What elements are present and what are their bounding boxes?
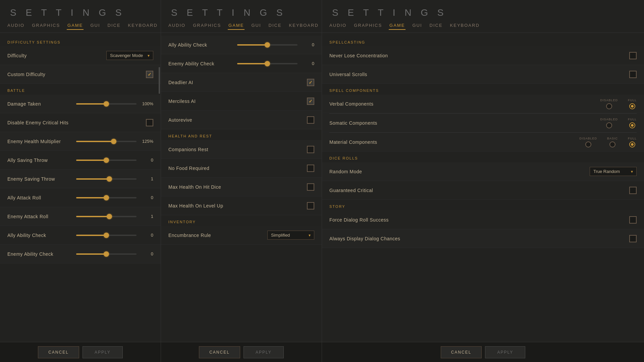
ally-ability-check-thumb-1[interactable]	[104, 233, 109, 238]
never-lose-concentration-checkbox[interactable]	[629, 52, 637, 59]
random-mode-arrow-icon: ▾	[631, 169, 633, 174]
no-food-required-row: No Food Required	[161, 159, 322, 178]
no-food-required-checkbox[interactable]	[307, 165, 314, 172]
universal-scrolls-row: Universal Scrolls	[322, 65, 644, 84]
material-components-label: Material Components	[329, 139, 579, 145]
scrollbar-1[interactable]	[159, 67, 160, 94]
encumbrance-rule-row: Encumbrance Rule Simplified ▾	[161, 226, 322, 245]
material-disabled-radio[interactable]	[585, 141, 591, 147]
tab-game-2[interactable]: GAME	[228, 21, 245, 30]
force-dialog-roll-checkbox[interactable]	[629, 216, 637, 224]
tab-graphics-3[interactable]: GRAPHICS	[353, 21, 383, 30]
enemy-health-mult-fill	[76, 141, 114, 142]
enemy-saving-throw-value: 1	[140, 176, 153, 181]
apply-button-1[interactable]: APPLY	[83, 346, 123, 358]
verbal-disabled-radio[interactable]	[606, 103, 612, 109]
tab-graphics-1[interactable]: GRAPHICS	[31, 21, 61, 30]
ally-saving-throw-thumb[interactable]	[104, 158, 109, 163]
ally-ability-check-track-1[interactable]	[76, 235, 137, 236]
verbal-disabled-col: DISABLED	[600, 99, 618, 109]
ally-saving-throw-track[interactable]	[76, 160, 137, 161]
tab-game-1[interactable]: GAME	[67, 21, 84, 30]
tab-keyboard-1[interactable]: KEYBOARD	[127, 21, 158, 30]
always-display-dialog-checkbox[interactable]	[629, 235, 637, 242]
enemy-ability-check-thumb-2[interactable]	[265, 61, 270, 66]
damage-taken-value: 100%	[140, 101, 153, 106]
somatic-disabled-radio[interactable]	[606, 122, 612, 128]
damage-taken-track[interactable]	[76, 103, 137, 105]
encumbrance-rule-value: Simplified	[271, 233, 306, 238]
tab-keyboard-2[interactable]: KEYBOARD	[288, 21, 319, 30]
material-disabled-label: DISABLED	[579, 137, 597, 140]
enemy-ability-check-fill-1	[76, 253, 106, 255]
merciless-ai-checkbox[interactable]	[307, 98, 314, 105]
cancel-button-2[interactable]: CANCEL	[199, 346, 240, 358]
max-health-hit-dice-checkbox[interactable]	[307, 183, 314, 191]
disable-enemy-crits-checkbox[interactable]	[146, 119, 153, 126]
verbal-full-radio[interactable]	[629, 103, 635, 109]
ally-ability-check-thumb-2[interactable]	[265, 42, 270, 48]
difficulty-dropdown[interactable]: Scavenger Mode ▾	[106, 51, 153, 60]
enemy-ability-check-track-1[interactable]	[76, 253, 137, 255]
enemy-ability-check-label-2: Enemy Ability Check	[168, 61, 237, 66]
tab-audio-2[interactable]: AUDIO	[168, 21, 186, 30]
companions-rest-checkbox[interactable]	[307, 146, 314, 153]
ally-attack-roll-thumb[interactable]	[104, 195, 109, 200]
material-basic-radio[interactable]	[609, 141, 615, 147]
apply-button-2[interactable]: APPLY	[244, 346, 284, 358]
enemy-health-mult-thumb[interactable]	[111, 139, 116, 144]
deadlier-ai-checkbox[interactable]	[307, 79, 314, 86]
encumbrance-rule-dropdown[interactable]: Simplified ▾	[267, 231, 314, 240]
tab-gui-2[interactable]: GUI	[251, 21, 262, 30]
somatic-disabled-col: DISABLED	[600, 118, 618, 128]
enemy-health-mult-row: Enemy Health Multiplier 125%	[0, 132, 161, 151]
tab-game-3[interactable]: GAME	[389, 21, 406, 30]
enemy-ability-check-thumb-1[interactable]	[104, 251, 109, 257]
enemy-ability-check-track-2[interactable]	[237, 63, 298, 64]
ally-attack-roll-label: Ally Attack Roll	[7, 195, 76, 200]
custom-difficulty-checkbox[interactable]	[146, 71, 153, 78]
ally-attack-roll-track[interactable]	[76, 197, 137, 198]
somatic-full-radio[interactable]	[629, 122, 635, 128]
autorevive-row: Autorevive	[161, 111, 322, 129]
max-health-level-up-checkbox[interactable]	[307, 202, 314, 209]
material-components-row: Material Components DISABLED BASIC FULL	[322, 133, 644, 152]
enemy-attack-roll-track[interactable]	[76, 216, 137, 217]
material-basic-col: BASIC	[607, 137, 618, 147]
enemy-attack-roll-thumb[interactable]	[107, 214, 112, 219]
apply-button-3[interactable]: APPLY	[485, 346, 525, 358]
cancel-button-1[interactable]: CANCEL	[38, 346, 79, 358]
ally-ability-check-row-2: Ally Ability Check 0	[161, 36, 322, 54]
deadlier-ai-label: Deadlier AI	[168, 80, 307, 85]
tab-gui-3[interactable]: GUI	[412, 21, 423, 30]
max-health-hit-dice-label: Max Health On Hit Dice	[168, 184, 307, 190]
health-rest-header: HEALTH AND REST	[161, 129, 322, 140]
enemy-health-mult-track[interactable]	[76, 141, 137, 142]
tab-dice-3[interactable]: DICE	[429, 21, 443, 30]
enemy-health-mult-slider-wrap: 125%	[76, 139, 153, 144]
enemy-saving-throw-thumb[interactable]	[107, 176, 112, 182]
tab-audio-3[interactable]: AUDIO	[329, 21, 347, 30]
tab-gui-1[interactable]: GUI	[90, 21, 101, 30]
damage-taken-thumb[interactable]	[104, 101, 109, 107]
material-full-radio[interactable]	[629, 141, 635, 147]
enemy-saving-throw-track[interactable]	[76, 178, 137, 180]
ally-ability-check-track-2[interactable]	[237, 44, 298, 46]
tab-audio-1[interactable]: AUDIO	[7, 21, 25, 30]
tab-dice-2[interactable]: DICE	[268, 21, 282, 30]
universal-scrolls-checkbox[interactable]	[629, 71, 637, 78]
tab-dice-1[interactable]: DICE	[107, 21, 121, 30]
enemy-ability-check-row-1: Enemy Ability Check 0	[0, 245, 161, 263]
verbal-components-row: Verbal Components DISABLED FULL	[322, 95, 644, 113]
guaranteed-critical-checkbox[interactable]	[629, 187, 637, 194]
tab-graphics-2[interactable]: GRAPHICS	[192, 21, 222, 30]
material-full-col: FULL	[628, 137, 637, 147]
autorevive-checkbox[interactable]	[307, 116, 314, 124]
random-mode-dropdown[interactable]: True Random ▾	[590, 167, 637, 176]
damage-taken-row: Damage Taken 100%	[0, 95, 161, 113]
force-dialog-roll-label: Force Dialog Roll Success	[329, 217, 629, 223]
verbal-full-col: FULL	[628, 99, 637, 109]
cancel-button-3[interactable]: CANCEL	[441, 346, 482, 358]
tab-keyboard-3[interactable]: KEYBOARD	[449, 21, 480, 30]
dice-rolls-header: DICE ROLLS	[322, 152, 644, 162]
